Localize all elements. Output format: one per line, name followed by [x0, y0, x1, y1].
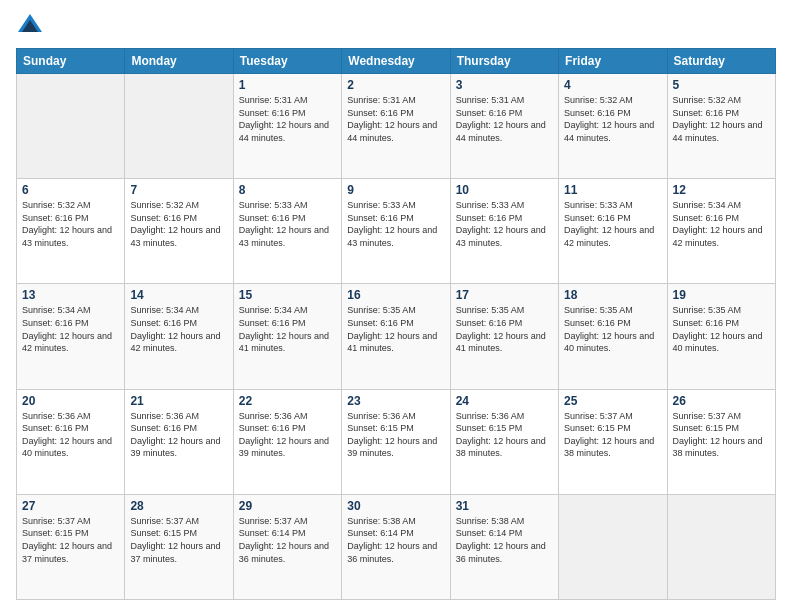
calendar-cell: 28Sunrise: 5:37 AMSunset: 6:15 PMDayligh… — [125, 494, 233, 599]
day-number: 1 — [239, 78, 336, 92]
day-info: Sunrise: 5:38 AMSunset: 6:14 PMDaylight:… — [456, 515, 553, 565]
calendar-cell: 31Sunrise: 5:38 AMSunset: 6:14 PMDayligh… — [450, 494, 558, 599]
day-number: 20 — [22, 394, 119, 408]
day-info: Sunrise: 5:35 AMSunset: 6:16 PMDaylight:… — [456, 304, 553, 354]
day-number: 18 — [564, 288, 661, 302]
calendar-cell: 5Sunrise: 5:32 AMSunset: 6:16 PMDaylight… — [667, 74, 775, 179]
day-number: 29 — [239, 499, 336, 513]
calendar-cell — [17, 74, 125, 179]
day-info: Sunrise: 5:37 AMSunset: 6:14 PMDaylight:… — [239, 515, 336, 565]
day-info: Sunrise: 5:34 AMSunset: 6:16 PMDaylight:… — [239, 304, 336, 354]
calendar-week-row: 13Sunrise: 5:34 AMSunset: 6:16 PMDayligh… — [17, 284, 776, 389]
day-number: 2 — [347, 78, 444, 92]
day-info: Sunrise: 5:33 AMSunset: 6:16 PMDaylight:… — [564, 199, 661, 249]
calendar-cell: 14Sunrise: 5:34 AMSunset: 6:16 PMDayligh… — [125, 284, 233, 389]
calendar-cell: 9Sunrise: 5:33 AMSunset: 6:16 PMDaylight… — [342, 179, 450, 284]
calendar-week-row: 1Sunrise: 5:31 AMSunset: 6:16 PMDaylight… — [17, 74, 776, 179]
day-number: 17 — [456, 288, 553, 302]
day-info: Sunrise: 5:32 AMSunset: 6:16 PMDaylight:… — [673, 94, 770, 144]
calendar-cell: 18Sunrise: 5:35 AMSunset: 6:16 PMDayligh… — [559, 284, 667, 389]
day-number: 4 — [564, 78, 661, 92]
calendar-cell: 27Sunrise: 5:37 AMSunset: 6:15 PMDayligh… — [17, 494, 125, 599]
day-number: 14 — [130, 288, 227, 302]
calendar-cell: 10Sunrise: 5:33 AMSunset: 6:16 PMDayligh… — [450, 179, 558, 284]
calendar-cell: 7Sunrise: 5:32 AMSunset: 6:16 PMDaylight… — [125, 179, 233, 284]
day-number: 23 — [347, 394, 444, 408]
day-number: 15 — [239, 288, 336, 302]
day-number: 3 — [456, 78, 553, 92]
day-number: 7 — [130, 183, 227, 197]
day-info: Sunrise: 5:31 AMSunset: 6:16 PMDaylight:… — [456, 94, 553, 144]
day-info: Sunrise: 5:34 AMSunset: 6:16 PMDaylight:… — [673, 199, 770, 249]
day-info: Sunrise: 5:35 AMSunset: 6:16 PMDaylight:… — [347, 304, 444, 354]
calendar-cell: 8Sunrise: 5:33 AMSunset: 6:16 PMDaylight… — [233, 179, 341, 284]
day-number: 11 — [564, 183, 661, 197]
day-info: Sunrise: 5:36 AMSunset: 6:15 PMDaylight:… — [456, 410, 553, 460]
day-number: 10 — [456, 183, 553, 197]
logo — [16, 12, 48, 40]
day-info: Sunrise: 5:36 AMSunset: 6:16 PMDaylight:… — [239, 410, 336, 460]
day-header-saturday: Saturday — [667, 49, 775, 74]
day-info: Sunrise: 5:35 AMSunset: 6:16 PMDaylight:… — [673, 304, 770, 354]
day-info: Sunrise: 5:31 AMSunset: 6:16 PMDaylight:… — [347, 94, 444, 144]
calendar-cell: 2Sunrise: 5:31 AMSunset: 6:16 PMDaylight… — [342, 74, 450, 179]
day-header-tuesday: Tuesday — [233, 49, 341, 74]
day-info: Sunrise: 5:32 AMSunset: 6:16 PMDaylight:… — [564, 94, 661, 144]
day-info: Sunrise: 5:36 AMSunset: 6:15 PMDaylight:… — [347, 410, 444, 460]
day-info: Sunrise: 5:36 AMSunset: 6:16 PMDaylight:… — [22, 410, 119, 460]
calendar-cell: 29Sunrise: 5:37 AMSunset: 6:14 PMDayligh… — [233, 494, 341, 599]
day-header-sunday: Sunday — [17, 49, 125, 74]
day-number: 9 — [347, 183, 444, 197]
day-info: Sunrise: 5:35 AMSunset: 6:16 PMDaylight:… — [564, 304, 661, 354]
day-info: Sunrise: 5:36 AMSunset: 6:16 PMDaylight:… — [130, 410, 227, 460]
day-number: 26 — [673, 394, 770, 408]
day-header-friday: Friday — [559, 49, 667, 74]
day-header-thursday: Thursday — [450, 49, 558, 74]
calendar-cell: 12Sunrise: 5:34 AMSunset: 6:16 PMDayligh… — [667, 179, 775, 284]
day-info: Sunrise: 5:34 AMSunset: 6:16 PMDaylight:… — [130, 304, 227, 354]
header — [16, 12, 776, 40]
calendar-cell: 20Sunrise: 5:36 AMSunset: 6:16 PMDayligh… — [17, 389, 125, 494]
day-number: 6 — [22, 183, 119, 197]
day-number: 30 — [347, 499, 444, 513]
day-info: Sunrise: 5:32 AMSunset: 6:16 PMDaylight:… — [22, 199, 119, 249]
calendar-cell: 26Sunrise: 5:37 AMSunset: 6:15 PMDayligh… — [667, 389, 775, 494]
calendar-cell: 3Sunrise: 5:31 AMSunset: 6:16 PMDaylight… — [450, 74, 558, 179]
day-info: Sunrise: 5:31 AMSunset: 6:16 PMDaylight:… — [239, 94, 336, 144]
calendar-header-row: SundayMondayTuesdayWednesdayThursdayFrid… — [17, 49, 776, 74]
calendar-week-row: 6Sunrise: 5:32 AMSunset: 6:16 PMDaylight… — [17, 179, 776, 284]
page: SundayMondayTuesdayWednesdayThursdayFrid… — [0, 0, 792, 612]
day-info: Sunrise: 5:37 AMSunset: 6:15 PMDaylight:… — [673, 410, 770, 460]
calendar-cell: 21Sunrise: 5:36 AMSunset: 6:16 PMDayligh… — [125, 389, 233, 494]
calendar-cell: 23Sunrise: 5:36 AMSunset: 6:15 PMDayligh… — [342, 389, 450, 494]
calendar-cell: 4Sunrise: 5:32 AMSunset: 6:16 PMDaylight… — [559, 74, 667, 179]
calendar-week-row: 27Sunrise: 5:37 AMSunset: 6:15 PMDayligh… — [17, 494, 776, 599]
day-info: Sunrise: 5:37 AMSunset: 6:15 PMDaylight:… — [564, 410, 661, 460]
day-header-wednesday: Wednesday — [342, 49, 450, 74]
day-number: 31 — [456, 499, 553, 513]
day-header-monday: Monday — [125, 49, 233, 74]
day-info: Sunrise: 5:38 AMSunset: 6:14 PMDaylight:… — [347, 515, 444, 565]
day-info: Sunrise: 5:34 AMSunset: 6:16 PMDaylight:… — [22, 304, 119, 354]
day-info: Sunrise: 5:33 AMSunset: 6:16 PMDaylight:… — [456, 199, 553, 249]
day-number: 19 — [673, 288, 770, 302]
calendar-week-row: 20Sunrise: 5:36 AMSunset: 6:16 PMDayligh… — [17, 389, 776, 494]
calendar-cell: 1Sunrise: 5:31 AMSunset: 6:16 PMDaylight… — [233, 74, 341, 179]
day-number: 27 — [22, 499, 119, 513]
calendar-cell: 25Sunrise: 5:37 AMSunset: 6:15 PMDayligh… — [559, 389, 667, 494]
day-number: 5 — [673, 78, 770, 92]
calendar-cell: 17Sunrise: 5:35 AMSunset: 6:16 PMDayligh… — [450, 284, 558, 389]
calendar-cell: 16Sunrise: 5:35 AMSunset: 6:16 PMDayligh… — [342, 284, 450, 389]
day-info: Sunrise: 5:32 AMSunset: 6:16 PMDaylight:… — [130, 199, 227, 249]
calendar-cell: 24Sunrise: 5:36 AMSunset: 6:15 PMDayligh… — [450, 389, 558, 494]
calendar-cell — [125, 74, 233, 179]
calendar-cell: 15Sunrise: 5:34 AMSunset: 6:16 PMDayligh… — [233, 284, 341, 389]
day-info: Sunrise: 5:37 AMSunset: 6:15 PMDaylight:… — [22, 515, 119, 565]
calendar-cell — [559, 494, 667, 599]
calendar-table: SundayMondayTuesdayWednesdayThursdayFrid… — [16, 48, 776, 600]
day-number: 8 — [239, 183, 336, 197]
day-number: 13 — [22, 288, 119, 302]
calendar-cell: 6Sunrise: 5:32 AMSunset: 6:16 PMDaylight… — [17, 179, 125, 284]
day-number: 16 — [347, 288, 444, 302]
calendar-cell: 22Sunrise: 5:36 AMSunset: 6:16 PMDayligh… — [233, 389, 341, 494]
